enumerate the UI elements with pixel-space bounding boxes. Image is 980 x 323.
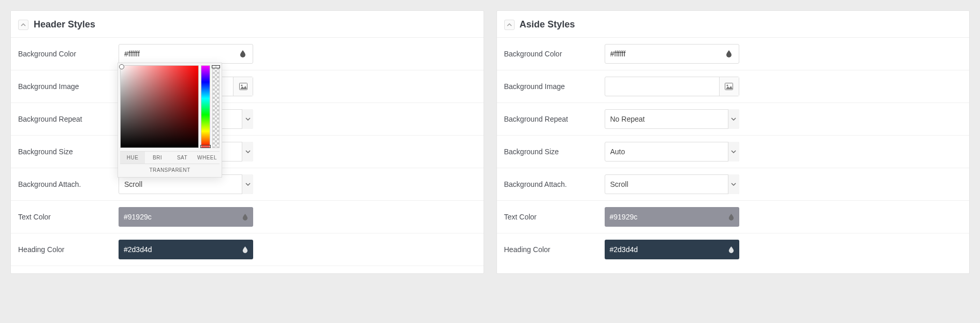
textcolor-value: #91929c xyxy=(124,213,238,221)
headingcolor-value: #2d3d4d xyxy=(124,245,238,254)
chevron-up-icon xyxy=(507,22,512,27)
label-textcolor: Text Color xyxy=(18,213,111,221)
textcolor-value: #91929c xyxy=(610,213,724,221)
drop-icon[interactable] xyxy=(719,45,739,63)
bgcolor-input-group xyxy=(605,44,739,64)
label-bgattach: Background Attach. xyxy=(504,180,597,188)
bgcolor-input[interactable] xyxy=(605,45,719,63)
row-bgrepeat: Background Repeat No Repeat xyxy=(11,103,484,136)
image-icon xyxy=(719,77,739,96)
row-bgcolor: Background Color xyxy=(11,38,484,70)
row-headingcolor: Heading Color #2d3d4d xyxy=(11,233,484,266)
drop-icon xyxy=(242,214,248,221)
row-bgrepeat: Background Repeat No Repeat xyxy=(497,103,970,136)
label-bgrepeat: Background Repeat xyxy=(18,115,111,123)
label-bgattach: Background Attach. xyxy=(18,180,111,188)
label-textcolor: Text Color xyxy=(504,213,597,221)
panel-title: Aside Styles xyxy=(520,19,575,30)
drop-icon[interactable] xyxy=(233,45,253,63)
label-bgrepeat: Background Repeat xyxy=(504,115,597,123)
bgsize-select[interactable]: Auto xyxy=(605,142,739,162)
row-bgimage: Background Image xyxy=(497,70,970,103)
panel-header-bar: Header Styles xyxy=(11,15,484,38)
picker-alpha-slider[interactable] xyxy=(212,65,220,148)
row-bgattach: Background Attach. Scroll xyxy=(497,168,970,201)
panel-title: Header Styles xyxy=(34,19,95,30)
bgimage-field[interactable] xyxy=(605,77,739,96)
label-bgimage: Background Image xyxy=(18,82,111,91)
textcolor-swatch[interactable]: #91929c xyxy=(605,207,739,227)
bgrepeat-select[interactable]: No Repeat xyxy=(605,109,739,129)
picker-transparent-button[interactable]: TRANSPARENT xyxy=(120,164,220,173)
collapse-button[interactable] xyxy=(504,20,515,30)
row-textcolor: Text Color #91929c xyxy=(11,201,484,233)
label-bgsize: Background Size xyxy=(18,148,111,156)
picker-tabs: HUE BRI SAT WHEEL xyxy=(120,151,220,164)
picker-hue-slider[interactable] xyxy=(201,65,210,148)
picker-alpha-cursor[interactable] xyxy=(212,65,220,68)
bgattach-select[interactable]: Scroll xyxy=(605,174,739,194)
row-textcolor: Text Color #91929c xyxy=(497,201,970,233)
svg-point-3 xyxy=(727,85,728,86)
textcolor-swatch[interactable]: #91929c xyxy=(119,207,253,227)
row-bgimage: Background Image xyxy=(11,70,484,103)
picker-tab-bri[interactable]: BRI xyxy=(145,152,170,164)
picker-sv-cursor[interactable] xyxy=(119,64,124,69)
label-bgcolor: Background Color xyxy=(504,50,597,58)
bgcolor-input[interactable] xyxy=(119,45,233,63)
drop-icon xyxy=(728,214,734,221)
row-bgcolor: Background Color xyxy=(497,38,970,70)
chevron-up-icon xyxy=(21,22,26,27)
headingcolor-value: #2d3d4d xyxy=(610,245,724,254)
headingcolor-swatch[interactable]: #2d3d4d xyxy=(605,240,739,259)
row-bgattach: Background Attach. Scroll xyxy=(11,168,484,201)
label-bgimage: Background Image xyxy=(504,82,597,91)
bgcolor-input-group xyxy=(119,44,253,64)
picker-saturation-area[interactable] xyxy=(120,65,199,148)
drop-icon xyxy=(728,246,734,253)
headingcolor-swatch[interactable]: #2d3d4d xyxy=(119,240,253,259)
panel-header-styles: Header Styles Background Color Backgroun… xyxy=(10,10,484,274)
collapse-button[interactable] xyxy=(18,20,28,30)
row-headingcolor: Heading Color #2d3d4d xyxy=(497,233,970,266)
panel-header-bar: Aside Styles xyxy=(497,15,970,38)
label-headingcolor: Heading Color xyxy=(18,245,111,254)
svg-point-1 xyxy=(241,85,242,86)
label-bgcolor: Background Color xyxy=(18,50,111,58)
panel-aside-styles: Aside Styles Background Color Background… xyxy=(496,10,970,274)
drop-icon xyxy=(242,246,248,253)
row-bgsize: Background Size Auto xyxy=(11,136,484,168)
label-headingcolor: Heading Color xyxy=(504,245,597,254)
row-bgsize: Background Size Auto xyxy=(497,136,970,168)
picker-tab-sat[interactable]: SAT xyxy=(170,152,195,164)
color-picker: HUE BRI SAT WHEEL TRANSPARENT xyxy=(118,63,222,178)
picker-tab-hue[interactable]: HUE xyxy=(120,152,145,164)
picker-hue-cursor[interactable] xyxy=(200,145,211,148)
image-icon xyxy=(233,77,253,96)
page-root: Header Styles Background Color Backgroun… xyxy=(10,10,970,274)
label-bgsize: Background Size xyxy=(504,148,597,156)
picker-tab-wheel[interactable]: WHEEL xyxy=(195,152,220,164)
